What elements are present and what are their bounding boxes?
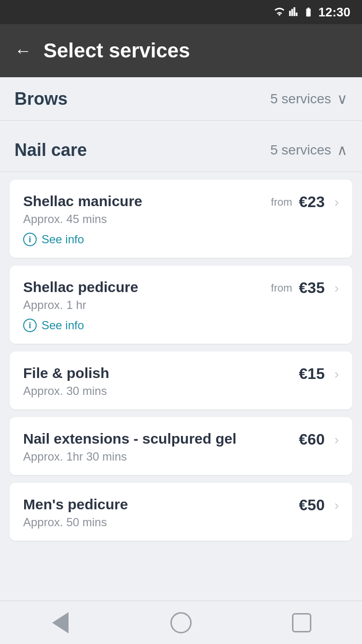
nail-care-count-area[interactable]: 5 services ∧ [270, 141, 348, 158]
service-name: Shellac manicure [23, 193, 142, 210]
service-card-shellac-pedicure[interactable]: Shellac pedicure Approx. 1 hr from €35 ›… [10, 266, 352, 344]
brows-chevron-down-icon: ∨ [337, 90, 348, 107]
info-circle-icon: i [23, 319, 37, 332]
service-price: €35 [299, 279, 324, 297]
service-chevron-right-icon: › [334, 195, 339, 210]
service-price-area: €60 › [299, 431, 339, 448]
service-info: File & polish Approx. 30 mins [23, 365, 109, 398]
see-info-button[interactable]: i See info [23, 233, 339, 246]
status-time: 12:30 [319, 5, 351, 20]
service-price: €60 [299, 431, 324, 448]
status-icons [274, 7, 314, 17]
service-price-area: €50 › [299, 496, 339, 514]
service-info: Shellac pedicure Approx. 1 hr [23, 279, 138, 312]
service-card-main: Nail extensions - sculpured gel Approx. … [23, 431, 339, 463]
service-card-main: File & polish Approx. 30 mins €15 › [23, 365, 339, 398]
service-chevron-right-icon: › [334, 498, 339, 513]
service-chevron-right-icon: › [334, 432, 339, 448]
service-card-shellac-manicure[interactable]: Shellac manicure Approx. 45 mins from €2… [10, 180, 352, 258]
wifi-icon [274, 7, 285, 17]
service-duration: Approx. 30 mins [23, 384, 109, 398]
service-from-label: from [271, 282, 292, 294]
home-nav-icon [170, 612, 192, 633]
battery-icon [303, 7, 314, 17]
nail-care-count: 5 services [270, 142, 331, 158]
service-duration: Approx. 1 hr [23, 298, 138, 312]
service-card-nail-extensions[interactable]: Nail extensions - sculpured gel Approx. … [10, 417, 352, 475]
service-info: Nail extensions - sculpured gel Approx. … [23, 431, 237, 463]
services-list: Shellac manicure Approx. 45 mins from €2… [0, 172, 362, 597]
nav-recents-button[interactable] [287, 608, 316, 637]
service-price-area: from €35 › [271, 279, 339, 297]
service-from-label: from [271, 196, 292, 209]
service-duration: Approx. 50 mins [23, 516, 128, 529]
service-card-main: Shellac manicure Approx. 45 mins from €2… [23, 193, 339, 226]
brows-section-header[interactable]: Brows 5 services ∨ [0, 77, 362, 121]
nav-home-button[interactable] [167, 608, 195, 637]
service-chevron-right-icon: › [334, 280, 339, 296]
status-bar: 12:30 [0, 0, 362, 24]
page-title: Select services [43, 39, 190, 62]
brows-count: 5 services [270, 91, 331, 107]
back-button[interactable]: ← [14, 42, 32, 59]
bottom-nav [0, 601, 362, 644]
section-divider [0, 121, 362, 128]
service-price: €15 [299, 365, 324, 383]
nail-care-section-header[interactable]: Nail care 5 services ∧ [0, 128, 362, 172]
see-info-label: See info [42, 233, 84, 246]
service-price: €50 [299, 496, 324, 514]
service-card-main: Men's pedicure Approx. 50 mins €50 › [23, 496, 339, 529]
service-price-area: €15 › [299, 365, 339, 383]
service-name: File & polish [23, 365, 109, 381]
service-chevron-right-icon: › [334, 366, 339, 382]
nail-care-chevron-up-icon: ∧ [337, 141, 348, 158]
service-price-area: from €23 › [271, 193, 339, 211]
service-duration: Approx. 45 mins [23, 212, 142, 226]
recents-nav-icon [292, 613, 311, 632]
back-nav-icon [52, 612, 69, 633]
service-info: Shellac manicure Approx. 45 mins [23, 193, 142, 226]
service-card-mens-pedicure[interactable]: Men's pedicure Approx. 50 mins €50 › [10, 483, 352, 541]
service-card-main: Shellac pedicure Approx. 1 hr from €35 › [23, 279, 339, 312]
service-name: Shellac pedicure [23, 279, 138, 295]
page-header: ← Select services [0, 24, 362, 77]
nav-back-button[interactable] [46, 608, 75, 637]
see-info-button[interactable]: i See info [23, 319, 339, 332]
service-name: Nail extensions - sculpured gel [23, 431, 237, 447]
brows-title: Brows [14, 89, 68, 109]
service-name: Men's pedicure [23, 496, 128, 513]
service-card-file-polish[interactable]: File & polish Approx. 30 mins €15 › [10, 351, 352, 409]
see-info-label: See info [42, 319, 84, 332]
service-duration: Approx. 1hr 30 mins [23, 450, 237, 463]
service-info: Men's pedicure Approx. 50 mins [23, 496, 128, 529]
nail-care-title: Nail care [14, 140, 87, 160]
signal-icon [289, 7, 299, 17]
info-circle-icon: i [23, 233, 37, 246]
brows-count-area[interactable]: 5 services ∨ [270, 90, 348, 107]
service-price: €23 [299, 193, 324, 211]
